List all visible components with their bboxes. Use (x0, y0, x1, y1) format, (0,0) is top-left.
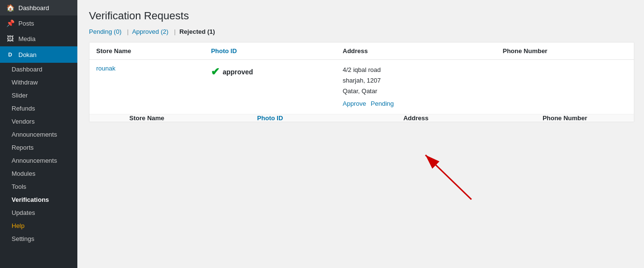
approved-cell: ✔ approved (211, 65, 329, 78)
sidebar-item-help[interactable]: Help (0, 219, 77, 232)
filter-pending[interactable]: Pending (0) (89, 28, 121, 35)
filter-approved[interactable]: Approved (2) (132, 28, 168, 35)
table-header-row: Store Name Photo ID Address Phone Number (89, 42, 634, 60)
table-second-header-row: Store Name Photo ID Address Phone Number (89, 114, 634, 122)
col-store-name: Store Name (89, 42, 204, 60)
dokan-icon: D (6, 50, 15, 59)
col2-store-name: Store Name (89, 114, 204, 122)
col2-phone-number: Phone Number (496, 114, 634, 122)
sidebar-item-label: Dashboard (18, 4, 49, 12)
cell-store-name: rounak (89, 60, 204, 114)
table-row: rounak ✔ approved 4/2 iqbal road sharjah… (89, 60, 634, 114)
sidebar-item-withdraw[interactable]: Withdraw (0, 76, 77, 89)
sidebar-item-tools[interactable]: Tools (0, 180, 77, 193)
sidebar-item-announcements2[interactable]: Announcements (0, 154, 77, 167)
sidebar-item-label: Dokan (18, 51, 37, 58)
media-icon: 🖼 (6, 35, 15, 42)
sidebar-item-updates[interactable]: Updates (0, 206, 77, 219)
col-address: Address (336, 42, 496, 60)
sidebar-item-announcements1[interactable]: Announcements (0, 128, 77, 141)
sidebar-item-settings[interactable]: Settings (0, 232, 77, 245)
sidebar-item-slider[interactable]: Slider (0, 89, 77, 102)
action-links: Approve Pending (343, 99, 489, 109)
col-phone-number: Phone Number (496, 42, 634, 60)
verification-table-wrap: Store Name Photo ID Address Phone Number… (89, 42, 634, 122)
cell-photo-id: ✔ approved (204, 60, 336, 114)
sidebar-item-dashboard[interactable]: 🏠 Dashboard (0, 0, 77, 15)
dashboard-icon: 🏠 (6, 4, 15, 12)
sidebar-item-vendors[interactable]: Vendors (0, 115, 77, 128)
cell-address: 4/2 iqbal road sharjah, 1207 Qatar, Qata… (336, 60, 496, 114)
pending-action[interactable]: Pending (371, 100, 394, 107)
approved-text: approved (222, 68, 253, 76)
store-name-link[interactable]: rounak (96, 65, 116, 72)
svg-line-1 (425, 155, 471, 199)
address-line1: 4/2 iqbal road (343, 65, 489, 75)
filter-rejected[interactable]: Rejected (1) (179, 28, 215, 35)
sidebar-item-dokan[interactable]: D Dokan (0, 46, 77, 63)
cell-phone (496, 60, 634, 114)
main-content: Verification Requests Pending (0) | Appr… (77, 0, 644, 268)
annotation-arrow (341, 117, 505, 204)
sidebar-item-posts[interactable]: 📌 Posts (0, 15, 77, 31)
approve-action[interactable]: Approve (343, 100, 366, 107)
sidebar: 🏠 Dashboard 📌 Posts 🖼 Media D Dokan Dash… (0, 0, 77, 268)
col2-address: Address (336, 114, 496, 122)
posts-icon: 📌 (6, 19, 15, 27)
sidebar-item-label: Posts (18, 20, 34, 27)
col2-photo-id: Photo ID (204, 114, 336, 122)
page-title: Verification Requests (89, 10, 634, 22)
col-photo-id: Photo ID (204, 42, 336, 60)
filter-bar: Pending (0) | Approved (2) | Rejected (1… (89, 28, 634, 35)
sidebar-item-media[interactable]: 🖼 Media (0, 31, 77, 46)
sidebar-item-modules[interactable]: Modules (0, 167, 77, 180)
sidebar-item-refunds[interactable]: Refunds (0, 102, 77, 115)
address-line3: Qatar, Qatar (343, 86, 489, 97)
sidebar-item-reports[interactable]: Reports (0, 141, 77, 154)
sidebar-item-dashboard-sub[interactable]: Dashboard (0, 63, 77, 76)
sidebar-item-verifications[interactable]: Verifications (0, 193, 77, 206)
check-icon: ✔ (211, 66, 220, 78)
verification-table: Store Name Photo ID Address Phone Number… (89, 42, 634, 122)
address-line2: sharjah, 1207 (343, 75, 489, 86)
sidebar-item-label: Media (18, 35, 35, 42)
